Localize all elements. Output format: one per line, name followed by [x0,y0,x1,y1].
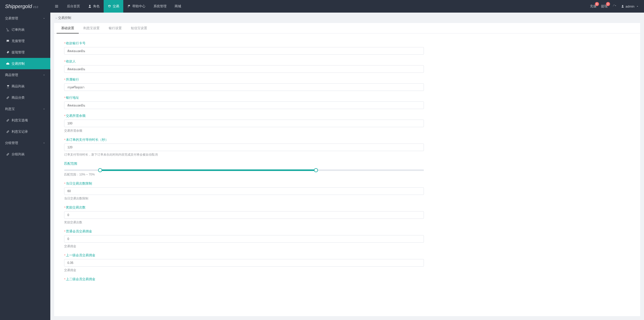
top-menu-label: 商城 [175,4,181,9]
nav-user-dropdown[interactable]: admin [621,5,639,8]
sidebar: 交易管理 订单列表 充值管理 提现管理 交易控制 商品管理 商品列表 [0,13,50,320]
field-label: *交易所需余额 [64,114,424,118]
top-menu-label: 后台首页 [67,4,80,9]
link-icon [6,153,10,156]
sidebar-item-label: 利息宝选项 [12,118,28,123]
sidebar-item-label: 订单列表 [12,27,25,32]
top-menu-role[interactable]: 角色 [84,0,104,13]
chevron-down-icon [43,74,45,76]
field-label: *上二级会员交易佣金 [64,277,424,281]
tab-label: 短信宝设置 [131,26,147,30]
tab-interest[interactable]: 利息宝设置 [79,23,104,33]
field-min-balance: *交易所需余额 交易所需余额 [64,114,424,133]
field-range: 匹配范围 匹配范围：10% ~ 70% [64,161,424,177]
field-bank-card: *收款银行卡号 [64,41,424,55]
field-tip: 当日交易次数限制 [64,196,424,201]
nav-refresh-button[interactable] [612,4,617,9]
top-menu-trade[interactable]: 交易 [104,0,123,13]
nav-user-name: admin [626,5,634,8]
field-normal-commission: *普通会员交易佣金 交易佣金 [64,229,424,248]
tab-label: 基础设置 [61,26,74,30]
sidebar-group-interest: 利息宝 利息宝选项 利息宝记录 [0,103,50,137]
top-navbar: Shippergold V3.0 后台首页 角色 交易 帮助中心 系统管理 商城… [0,0,644,13]
wait-sec-input[interactable] [64,144,424,151]
slider-handle-min[interactable] [98,168,102,172]
pin-icon [6,51,10,54]
tab-basic[interactable]: 基础设置 [57,23,79,33]
top-menu-help[interactable]: 帮助中心 [123,0,149,13]
top-menu-label: 系统管理 [153,4,167,9]
top-menu-label: 帮助中心 [132,4,145,9]
payee-input[interactable] [64,65,424,73]
sidebar-group-title[interactable]: 分组管理 [0,137,50,149]
sidebar-item-interest-options[interactable]: 利息宝选项 [0,115,50,126]
tabs: 基础设置 利息宝设置 银行设置 短信宝设置 [54,23,640,33]
sidebar-group-label: 利息宝 [5,107,15,111]
breadcrumb-current: 交易控制 [58,16,71,20]
sidebar-group-title[interactable]: 交易管理 [0,13,50,24]
refresh-icon [612,4,616,8]
chevron-down-icon [43,142,45,144]
tab-sms[interactable]: 短信宝设置 [126,23,152,33]
menu-fold-icon [55,4,59,8]
sidebar-item-label: 商品列表 [12,84,25,89]
nav-right: 充值 8 提现 2 admin [590,0,644,13]
sidebar-item-group-list[interactable]: 分组列表 [0,149,50,160]
bank-card-input[interactable] [64,47,424,55]
sidebar-item-withdraw[interactable]: 提现管理 [0,47,50,58]
sidebar-item-goods-category[interactable]: 商品分类 [0,92,50,103]
slider-handle-max[interactable] [314,168,318,172]
link-icon [6,119,10,122]
sidebar-toggle-button[interactable] [50,0,63,13]
normal-commission-input[interactable] [64,235,424,243]
sidebar-group-title[interactable]: 利息宝 [0,103,50,115]
main-area: » 交易控制 基础设置 利息宝设置 银行设置 短信宝设置 *收款银行卡号 *收款… [50,13,644,320]
sidebar-item-recharge[interactable]: 充值管理 [0,35,50,47]
sidebar-item-interest-records[interactable]: 利息宝记录 [0,126,50,137]
nav-withdraw-link[interactable]: 提现 2 [601,4,608,9]
field-label: 匹配范围 [64,161,424,166]
top-menu-home[interactable]: 后台首页 [63,0,84,13]
min-balance-input[interactable] [64,120,424,127]
cart-icon [6,28,10,31]
cloud-icon [6,62,10,65]
sidebar-group-title[interactable]: 商品管理 [0,69,50,81]
user-icon [88,5,92,8]
day-limit-input[interactable] [64,187,424,195]
nav-recharge-link[interactable]: 充值 8 [590,4,596,9]
sidebar-group-groups: 分组管理 分组列表 [0,137,50,160]
slider-bar [100,169,316,171]
bank-addr-input[interactable] [64,101,424,109]
range-slider[interactable] [64,169,424,171]
sidebar-item-label: 分组列表 [12,152,25,157]
tab-bank[interactable]: 银行设置 [104,23,126,33]
sidebar-item-label: 提现管理 [12,50,25,55]
top-menu-label: 交易 [113,4,119,9]
brand-version: V3.0 [33,6,38,9]
tab-label: 利息宝设置 [83,26,100,30]
field-label: *收款银行卡号 [64,41,424,46]
sidebar-item-goods-list[interactable]: 商品列表 [0,81,50,92]
nav-recharge-badge: 8 [595,2,599,6]
sidebar-item-label: 利息宝记录 [12,129,28,134]
sidebar-group-trade: 交易管理 订单列表 充值管理 提现管理 交易控制 [0,13,50,69]
field-tip: 匹配范围：10% ~ 70% [64,172,424,177]
field-day-limit: *当日交易次数限制 当日交易次数限制 [64,181,424,201]
top-menu-system[interactable]: 系统管理 [149,0,171,13]
chevron-down-icon [43,17,45,20]
link-icon [6,96,10,99]
lv1-commission-input[interactable] [64,259,424,267]
field-lv2-commission: *上二级会员交易佣金 [64,277,424,281]
bonus-cnt-input[interactable] [64,211,424,219]
sidebar-item-trade-control[interactable]: 交易控制 [0,58,50,69]
brand-name: Shippergold [5,4,32,9]
field-tip: 交易佣金 [64,268,424,272]
form-scroll[interactable]: *收款银行卡号 *收款人 *所属银行 *银行地址 *交易所需余额 交易所需余额 [54,33,640,316]
field-label: *奖励交易次数 [64,205,424,210]
breadcrumb: » 交易控制 [50,13,644,23]
top-menu-mall[interactable]: 商城 [171,0,185,13]
field-label: *银行地址 [64,95,424,100]
sidebar-item-orders[interactable]: 订单列表 [0,24,50,35]
sidebar-item-label: 充值管理 [12,39,25,43]
bank-input[interactable] [64,83,424,91]
